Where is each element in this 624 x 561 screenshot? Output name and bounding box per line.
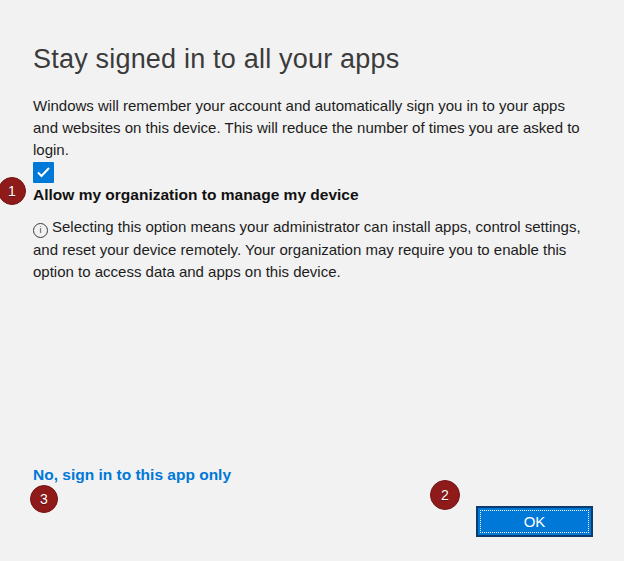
annotation-marker-3: 3 <box>30 485 58 513</box>
info-note-text: Selecting this option means your adminis… <box>33 218 581 280</box>
annotation-marker-1: 1 <box>0 177 26 205</box>
ok-button[interactable]: OK <box>476 506 593 537</box>
checkmark-icon <box>37 167 50 178</box>
allow-organization-label: Allow my organization to manage my devic… <box>33 186 359 204</box>
dialog-description: Windows will remember your account and a… <box>33 95 591 161</box>
ok-button-label: OK <box>524 513 546 530</box>
page-title: Stay signed in to all your apps <box>33 44 399 75</box>
allow-organization-checkbox[interactable] <box>33 162 54 183</box>
info-icon: i <box>33 223 48 238</box>
stay-signed-in-dialog: Stay signed in to all your apps Windows … <box>0 0 624 561</box>
sign-in-app-only-link[interactable]: No, sign in to this app only <box>33 466 231 484</box>
annotation-marker-2: 2 <box>430 480 460 510</box>
info-note: iSelecting this option means your admini… <box>33 216 593 284</box>
